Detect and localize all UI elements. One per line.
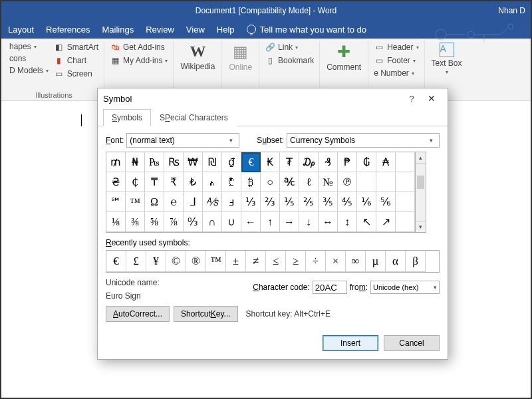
help-button[interactable]: ? — [402, 94, 421, 104]
screenshot-button[interactable]: ▭Screen — [53, 68, 100, 80]
shapes-button[interactable]: hapes▾ — [8, 41, 50, 52]
recent-symbol-cell[interactable]: ≤ — [266, 251, 286, 272]
tab-layout[interactable]: Layout — [8, 25, 34, 35]
symbol-cell[interactable]: ↔ — [319, 212, 338, 232]
recent-symbol-cell[interactable]: ™ — [206, 251, 226, 272]
symbol-cell[interactable] — [396, 192, 415, 212]
symbol-cell[interactable]: № — [319, 172, 338, 192]
scroll-up-button[interactable]: ▴ — [416, 152, 426, 164]
symbol-cell[interactable]: ○ — [261, 172, 280, 192]
recent-symbol-cell[interactable]: µ — [366, 251, 386, 272]
tab-help[interactable]: Help — [217, 25, 235, 35]
cancel-button[interactable]: Cancel — [384, 335, 440, 351]
symbol-cell[interactable]: ↖ — [357, 212, 376, 232]
get-addins-button[interactable]: 🛍Get Add-ins — [108, 41, 169, 53]
scroll-thumb[interactable] — [417, 176, 424, 189]
symbol-cell[interactable]: ₮ — [280, 152, 299, 172]
recent-symbol-cell[interactable]: β — [406, 251, 426, 272]
recent-symbol-cell[interactable]: ÷ — [306, 251, 326, 272]
recent-symbol-cell[interactable]: © — [166, 251, 186, 272]
recent-symbol-cell[interactable]: ≠ — [246, 251, 266, 272]
symbol-cell[interactable]: ⅔ — [261, 192, 280, 212]
symbol-cell[interactable]: ℀ — [280, 172, 299, 192]
recent-symbol-cell[interactable]: ¥ — [146, 251, 166, 272]
symbol-cell[interactable]: Ω — [145, 192, 164, 212]
symbol-cell[interactable]: ⅛ — [106, 212, 126, 232]
symbol-cell[interactable]: ⅓ — [241, 192, 261, 212]
symbol-cell[interactable]: ₴ — [106, 172, 126, 192]
symbol-cell[interactable]: ℠ — [106, 192, 126, 212]
symbol-cell[interactable]: ⅝ — [145, 212, 164, 232]
symbol-cell[interactable] — [357, 172, 376, 192]
recent-symbol-cell[interactable]: € — [106, 251, 126, 272]
tab-review[interactable]: Review — [146, 25, 174, 35]
symbol-cell[interactable]: ₱ — [338, 152, 357, 172]
symbol-cell[interactable]: ₼ — [203, 172, 222, 192]
bookmark-button[interactable]: ▯Bookmark — [263, 55, 315, 66]
symbol-cell[interactable]: ↓ — [299, 212, 319, 232]
recent-symbol-cell[interactable]: ∞ — [346, 251, 366, 272]
symbol-cell[interactable]: ₧ — [145, 152, 164, 172]
font-combo[interactable]: (normal text)▾ — [126, 133, 239, 148]
recent-symbol-cell[interactable]: × — [326, 251, 346, 272]
recent-symbol-cell[interactable]: α — [386, 251, 406, 272]
scroll-down-button[interactable]: ▾ — [416, 221, 426, 232]
symbol-cell[interactable]: ₸ — [145, 172, 164, 192]
symbol-cell[interactable]: ⅎ — [222, 192, 241, 212]
scroll-track[interactable] — [416, 164, 426, 221]
symbol-cell[interactable] — [396, 212, 415, 232]
footer-button[interactable]: ▭Footer▾ — [372, 55, 420, 66]
tell-me-search[interactable]: Tell me what you want to do — [247, 25, 366, 35]
symbol-cell[interactable]: ℓ — [299, 172, 319, 192]
symbol-cell[interactable]: ™ — [126, 192, 145, 212]
autocorrect-button[interactable]: AutoCorrect... — [106, 306, 170, 322]
tab-symbols[interactable]: Symbols — [103, 109, 151, 126]
symbol-cell[interactable]: ∪ — [222, 212, 241, 232]
symbol-cell[interactable]: ← — [241, 212, 261, 232]
symbol-cell[interactable]: ₰ — [319, 152, 338, 172]
recent-symbol-cell[interactable]: ≥ — [286, 251, 306, 272]
symbol-cell[interactable]: ₪ — [203, 152, 222, 172]
symbol-cell[interactable] — [396, 152, 415, 172]
symbol-cell[interactable]: ₯ — [299, 152, 319, 172]
symbol-cell[interactable]: ₦ — [126, 152, 145, 172]
symbol-cell[interactable]: ₺ — [184, 172, 203, 192]
symbol-cell[interactable]: ⅍ — [203, 192, 222, 212]
symbol-cell[interactable]: ₥ — [106, 152, 126, 172]
symbol-cell[interactable]: ₫ — [222, 152, 241, 172]
3dmodels-button[interactable]: D Models▾ — [8, 65, 50, 76]
symbol-cell[interactable]: ₲ — [357, 152, 376, 172]
symbol-cell[interactable]: ℗ — [338, 172, 357, 192]
symbol-cell[interactable] — [376, 172, 396, 192]
symbol-cell[interactable]: ↉ — [184, 212, 203, 232]
symbol-cell[interactable]: ₩ — [184, 152, 203, 172]
symbol-cell[interactable]: ⅃ — [184, 192, 203, 212]
tab-view[interactable]: View — [186, 25, 205, 35]
symbol-cell[interactable]: ₹ — [164, 172, 184, 192]
smartart-button[interactable]: ◧SmartArt — [53, 41, 100, 53]
symbol-cell[interactable] — [396, 172, 415, 192]
link-button[interactable]: 🔗Link▾ — [263, 41, 315, 53]
subset-combo[interactable]: Currency Symbols▾ — [287, 133, 440, 148]
symbol-cell[interactable]: ₾ — [222, 172, 241, 192]
symbol-cell[interactable]: ↑ — [261, 212, 280, 232]
chart-button[interactable]: ▮Chart — [53, 55, 100, 66]
charcode-input[interactable] — [313, 281, 347, 294]
icons-button[interactable]: cons — [8, 53, 50, 64]
symbol-cell[interactable]: → — [280, 212, 299, 232]
symbol-cell[interactable]: ⅙ — [357, 192, 376, 212]
symbol-cell[interactable]: ⅜ — [126, 212, 145, 232]
symbol-cell[interactable]: ⅚ — [376, 192, 396, 212]
from-combo[interactable]: Unicode (hex)▾ — [370, 281, 440, 294]
my-addins-button[interactable]: ▦My Add-ins▾ — [108, 55, 169, 66]
recent-symbol-cell[interactable]: ± — [226, 251, 246, 272]
symbol-cell[interactable]: ⅞ — [164, 212, 184, 232]
insert-button[interactable]: Insert — [323, 335, 378, 351]
symbol-cell[interactable]: ₿ — [241, 172, 261, 192]
symbol-cell[interactable]: ↗ — [376, 212, 396, 232]
symbol-cell[interactable]: ₨ — [164, 152, 184, 172]
symbol-cell[interactable]: ⅗ — [319, 192, 338, 212]
pagenumber-button[interactable]: e Number▾ — [372, 68, 420, 78]
symbol-cell[interactable]: € — [241, 152, 261, 172]
symbol-cell[interactable]: ∩ — [203, 212, 222, 232]
